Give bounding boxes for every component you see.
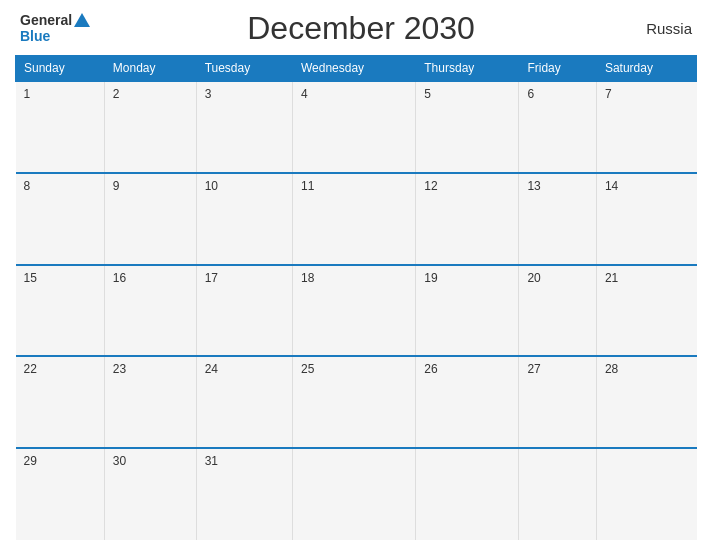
day-cell: 7 [596, 81, 696, 173]
header-saturday: Saturday [596, 56, 696, 82]
table-row: 1 2 3 4 5 6 7 [16, 81, 697, 173]
day-cell: 11 [292, 173, 415, 265]
day-cell: 9 [104, 173, 196, 265]
day-cell: 13 [519, 173, 596, 265]
logo-triangle-icon [74, 13, 90, 27]
day-cell: 8 [16, 173, 105, 265]
day-cell: 2 [104, 81, 196, 173]
day-cell: 19 [416, 265, 519, 357]
day-cell: 17 [196, 265, 292, 357]
day-cell: 16 [104, 265, 196, 357]
day-cell: 5 [416, 81, 519, 173]
day-cell: 30 [104, 448, 196, 540]
day-cell: 18 [292, 265, 415, 357]
header-wednesday: Wednesday [292, 56, 415, 82]
table-row: 8 9 10 11 12 13 14 [16, 173, 697, 265]
weekday-header-row: Sunday Monday Tuesday Wednesday Thursday… [16, 56, 697, 82]
day-cell [596, 448, 696, 540]
day-cell: 27 [519, 356, 596, 448]
day-cell: 14 [596, 173, 696, 265]
day-cell: 23 [104, 356, 196, 448]
calendar-container: General Blue December 2030 Russia Sunday… [0, 0, 712, 550]
day-cell: 31 [196, 448, 292, 540]
day-cell: 26 [416, 356, 519, 448]
day-cell: 22 [16, 356, 105, 448]
day-cell [292, 448, 415, 540]
day-cell: 25 [292, 356, 415, 448]
header-sunday: Sunday [16, 56, 105, 82]
header-tuesday: Tuesday [196, 56, 292, 82]
month-title: December 2030 [247, 10, 475, 47]
day-cell: 15 [16, 265, 105, 357]
day-cell [519, 448, 596, 540]
country-label: Russia [632, 20, 692, 37]
table-row: 15 16 17 18 19 20 21 [16, 265, 697, 357]
day-cell: 28 [596, 356, 696, 448]
logo-blue: Blue [20, 29, 50, 44]
day-cell: 21 [596, 265, 696, 357]
day-cell: 6 [519, 81, 596, 173]
day-cell: 12 [416, 173, 519, 265]
header-thursday: Thursday [416, 56, 519, 82]
calendar-header: General Blue December 2030 Russia [15, 10, 697, 47]
day-cell: 29 [16, 448, 105, 540]
day-cell: 20 [519, 265, 596, 357]
table-row: 22 23 24 25 26 27 28 [16, 356, 697, 448]
header-friday: Friday [519, 56, 596, 82]
day-cell: 1 [16, 81, 105, 173]
calendar-table: Sunday Monday Tuesday Wednesday Thursday… [15, 55, 697, 540]
day-cell: 3 [196, 81, 292, 173]
logo-general: General [20, 13, 72, 28]
day-cell [416, 448, 519, 540]
table-row: 29 30 31 [16, 448, 697, 540]
logo: General Blue [20, 13, 90, 44]
header-monday: Monday [104, 56, 196, 82]
day-cell: 4 [292, 81, 415, 173]
day-cell: 10 [196, 173, 292, 265]
day-cell: 24 [196, 356, 292, 448]
